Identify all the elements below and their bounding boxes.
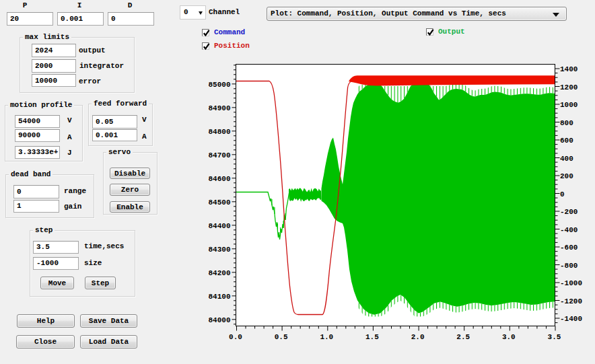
svg-text:1.5: 1.5 (365, 333, 379, 341)
svg-text:400: 400 (560, 155, 573, 163)
svg-text:84600: 84600 (208, 175, 230, 183)
svg-text:84000: 84000 (208, 316, 230, 324)
svg-text:-1400: -1400 (560, 315, 582, 323)
svg-text:600: 600 (560, 137, 573, 145)
svg-text:84100: 84100 (208, 293, 230, 301)
svg-text:0.5: 0.5 (275, 333, 288, 341)
svg-text:85000: 85000 (208, 81, 230, 89)
svg-text:2.5: 2.5 (456, 333, 470, 341)
svg-text:84200: 84200 (208, 269, 230, 277)
svg-text:2.0: 2.0 (411, 333, 425, 341)
svg-text:1.0: 1.0 (320, 333, 333, 341)
svg-text:3.0: 3.0 (502, 333, 516, 341)
svg-text:-800: -800 (560, 262, 578, 270)
svg-text:1200: 1200 (560, 83, 578, 92)
svg-text:200: 200 (560, 172, 573, 180)
svg-text:-200: -200 (560, 208, 578, 216)
svg-text:84900: 84900 (208, 104, 230, 112)
svg-text:800: 800 (560, 119, 573, 127)
svg-text:0: 0 (560, 190, 565, 198)
svg-text:-600: -600 (560, 244, 578, 252)
svg-text:84800: 84800 (208, 128, 230, 136)
svg-text:84700: 84700 (208, 151, 230, 159)
svg-text:-400: -400 (560, 226, 578, 234)
svg-text:-1000: -1000 (560, 279, 582, 287)
svg-text:84500: 84500 (208, 198, 230, 207)
svg-text:84300: 84300 (208, 246, 230, 254)
svg-text:-1200: -1200 (560, 297, 582, 305)
svg-text:84400: 84400 (208, 222, 230, 230)
svg-text:0.0: 0.0 (229, 333, 242, 341)
svg-text:3.5: 3.5 (548, 333, 561, 341)
svg-text:1000: 1000 (560, 101, 578, 109)
svg-text:1400: 1400 (560, 65, 578, 73)
